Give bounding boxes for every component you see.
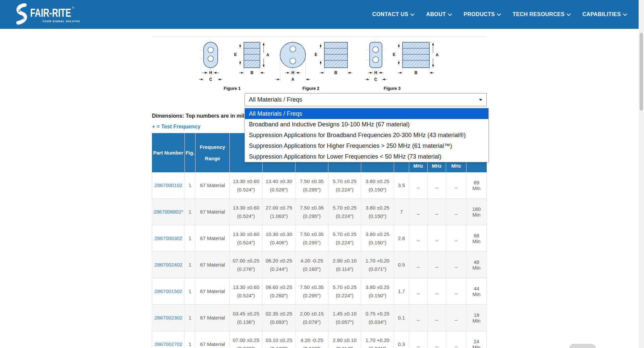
dimension-cell: 3.80 ±0.25(0.150″) [361,199,394,225]
dimension-cell: 13.30 ±0.60(0.524″) [230,199,263,225]
nav-item-about[interactable]: ABOUT [426,11,451,17]
part-number-link[interactable]: 2867006802* [152,199,185,225]
figure-diagrams: H C E A B Figure [197,40,446,91]
table-row: 2867000302167 Material13.30 ±0.60(0.524″… [152,225,487,252]
dimension-cell: 10.30 ±0.30(0.406″) [263,225,296,251]
value-cell: 0.5 [394,252,409,278]
nav-item-capabilities[interactable]: CAPABILITIES [582,11,627,17]
dimension-cell: 1.70 +0.20(0.071″) [361,331,394,348]
part-number-link[interactable]: 2867002402 [152,252,185,278]
dimension-cell: 03.10 ±0.25(0.122″) [263,331,296,348]
value-cell: 0.3 [394,331,409,348]
part-number-link[interactable]: 2867000302 [152,225,185,251]
test-frequency-note: + = Test Frequency [152,124,201,130]
nav-item-label: TECH RESOURCES [513,11,565,17]
part-number-link[interactable]: 2867000102 [152,172,185,198]
dash-cell: _ [428,199,446,225]
fig-cell: 1 [185,172,196,198]
dropdown-option[interactable]: Suppression Applications for Broadband F… [245,130,488,140]
chevron-down-icon [567,12,571,16]
dimension-cell: 06.20 ±0.25(0.244″) [263,252,296,278]
svg-text:A: A [266,53,269,57]
dash-cell: _ [409,331,428,348]
figure2-side-view: E B [315,42,352,75]
dimension-cell: 3.80 ±0.25(0.150″) [361,225,394,251]
min-cell: 18 Min [467,305,487,331]
dash-cell: _ [446,199,467,225]
dimension-cell: 07.00 ±0.25(0.276″) [230,252,263,278]
header-part-number: Part Number [152,133,185,172]
dimension-cell: 5.70 ±0.25(0.224″) [328,278,361,304]
dimension-cell: 07.00 ±0.25(0.276″) [230,331,263,348]
fig-cell: 1 [185,252,196,278]
table-row: 2867002302167 Material03.45 ±0.25(0.136″… [152,305,487,331]
part-number-link[interactable]: 2867002302 [152,305,185,331]
svg-text:C: C [374,77,377,82]
chevron-down-icon [497,12,501,16]
min-cell: 180 Min [467,199,487,225]
dash-cell: _ [446,305,467,331]
logo-monogram-r: R [22,16,24,20]
dash-cell: _ [428,252,446,278]
dimension-cell: 1.45 ±0.10(0.057″) [328,305,361,331]
table-row: 2867000102167 Material13.30 ±0.60(0.524″… [152,172,487,199]
fair-rite-logo[interactable]: F R FAIR-RITE ® YOUR SIGNAL SOLUTION™ [13,3,80,25]
dimension-cell: 13.30 ±0.60(0.524″) [230,225,263,251]
dimension-cell: 3.80 ±0.25(0.150″) [361,172,394,198]
nav-menu: CONTACT USABOUTPRODUCTSTECH RESOURCESCAP… [372,0,627,29]
nav-item-products[interactable]: PRODUCTS [464,11,500,17]
material-cell: 67 Material [196,172,230,198]
svg-text:H: H [209,70,212,75]
dimension-cell: 5.70 ±0.25(0.224″) [328,199,361,225]
fig-cell: 1 [185,278,196,304]
header-frequency-range: Frequency Range [196,133,230,172]
fig-cell: 1 [185,225,196,251]
part-number-link[interactable]: 2867001502 [152,278,185,304]
value-cell: 2.6 [394,225,409,251]
material-cell: 67 Material [196,305,230,331]
dropdown-option[interactable]: Suppression Applications for Higher Freq… [245,140,488,151]
logo-tagline: YOUR SIGNAL SOLUTION™ [42,20,80,23]
dimension-cell: 06.60 ±0.25(0.260″) [263,278,296,304]
dimension-cell: 1.70 +0.20(0.071″) [361,252,394,278]
dropdown-option[interactable]: Suppression Applications for Lower Frequ… [245,151,488,162]
logo-registered-mark: ® [72,6,74,9]
table-body: 2867000102167 Material13.30 ±0.60(0.524″… [152,172,487,348]
dimension-cell: 4.20 -0.25(0.160″) [296,252,328,278]
dash-cell: _ [428,278,446,304]
figure1-side-view: E A B [234,42,269,75]
dash-cell: _ [446,172,467,198]
value-cell: 0.1 [394,305,409,331]
svg-text:E: E [393,52,395,57]
value-cell: 1.7 [394,278,409,304]
table-row: 2867002702167 Material07.00 ±0.25(0.276″… [152,331,487,348]
dropdown-option[interactable]: All Materials / Freqs [245,108,488,119]
chevron-down-icon [411,12,415,16]
nav-item-label: CONTACT US [372,11,409,17]
fig-cell: 1 [185,305,196,331]
content-divider [152,37,487,37]
dash-cell: _ [409,305,428,331]
dash-cell: _ [446,331,467,348]
dash-cell: _ [409,199,428,225]
dimension-cell: 02.35 ±0.25(0.093″) [263,305,296,331]
material-cell: 67 Material [196,252,230,278]
floating-pill-button[interactable] [569,344,596,348]
dimension-cell: 2.00 ±0.15(0.079″) [296,305,328,331]
page: F R FAIR-RITE ® YOUR SIGNAL SOLUTION™ CO… [0,0,644,348]
select-value: All Materials / Freqs [249,96,302,103]
dimension-cell: 5.70 ±0.25(0.224″) [328,225,361,251]
figure3-label: Figure 3 [384,86,401,91]
svg-text:A: A [436,53,439,57]
dimension-cell: 3.80 ±0.25(0.150″) [361,278,394,304]
nav-item-contact-us[interactable]: CONTACT US [372,11,414,17]
dropdown-option[interactable]: Broadband and Inductive Designs 10-100 M… [245,119,488,130]
svg-text:B: B [334,70,337,75]
vertical-scrollbar-thumb[interactable] [640,33,643,111]
part-number-link[interactable]: 2867002702 [152,331,185,348]
svg-text:A: A [291,77,294,82]
figure1-front-view: H C [199,40,222,82]
materials-freqs-select[interactable]: All Materials / Freqs [245,93,487,106]
nav-item-tech-resources[interactable]: TECH RESOURCES [513,11,570,17]
dimension-cell: 13.30 ±0.60(0.524″) [230,172,263,198]
